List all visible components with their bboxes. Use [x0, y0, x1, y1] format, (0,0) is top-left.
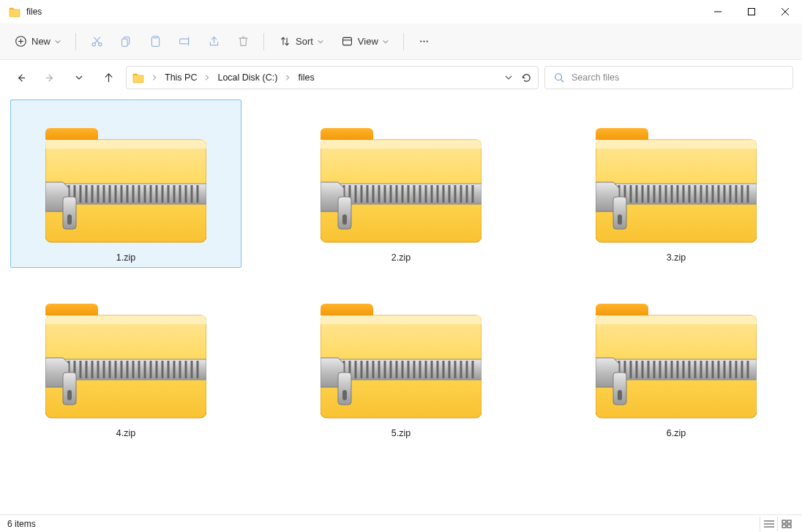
status-bar: 6 items	[0, 514, 802, 532]
maximize-button[interactable]	[735, 0, 768, 23]
folder-icon	[9, 6, 20, 18]
title-bar: files	[0, 0, 802, 23]
sort-label: Sort	[296, 36, 313, 47]
svg-point-39	[98, 43, 101, 46]
ellipsis-icon	[418, 35, 430, 48]
scissors-icon	[91, 35, 103, 48]
file-label: 4.zip	[116, 428, 135, 438]
share-icon	[208, 35, 220, 48]
paste-button[interactable]	[142, 29, 168, 55]
svg-rect-67	[787, 520, 791, 523]
chevron-right-icon	[204, 75, 210, 80]
rename-button[interactable]	[171, 29, 198, 55]
search-input[interactable]	[571, 72, 784, 83]
breadcrumb-item[interactable]: This PC	[165, 72, 197, 83]
search-box[interactable]	[544, 66, 793, 89]
content-area: 1.zip 2.zip 3.zip 4.zip 5.zip 6.zip	[0, 95, 802, 514]
file-label: 3.zip	[667, 252, 686, 263]
clipboard-icon	[149, 35, 162, 48]
svg-point-56	[424, 40, 425, 42]
chevron-down-icon[interactable]	[505, 74, 512, 81]
separator	[263, 33, 264, 50]
file-item[interactable]: 6.zip	[561, 275, 792, 443]
file-item[interactable]: 2.zip	[285, 100, 517, 268]
new-label: New	[31, 36, 50, 47]
zip-folder-icon	[42, 280, 210, 427]
zip-folder-icon	[42, 105, 210, 251]
svg-point-61	[555, 74, 562, 80]
recent-button[interactable]	[67, 66, 91, 89]
breadcrumb-item[interactable]: files	[298, 72, 314, 83]
svg-rect-43	[121, 39, 127, 46]
view-button[interactable]: View	[334, 31, 396, 52]
svg-rect-68	[782, 525, 786, 528]
arrow-right-icon	[45, 72, 56, 83]
more-button[interactable]	[411, 29, 438, 55]
file-label: 6.zip	[667, 428, 686, 438]
chevron-right-icon	[285, 75, 291, 80]
thumbnails-view-button[interactable]	[777, 517, 795, 531]
svg-line-41	[94, 37, 99, 44]
new-button[interactable]: New	[7, 31, 68, 52]
view-icon	[341, 35, 353, 48]
sort-icon	[279, 35, 291, 48]
svg-rect-32	[749, 9, 755, 15]
file-item[interactable]: 5.zip	[285, 275, 517, 443]
zip-folder-icon	[592, 105, 760, 251]
svg-rect-46	[179, 39, 188, 44]
search-icon	[554, 72, 564, 83]
file-label: 1.zip	[116, 252, 135, 263]
toolbar: New Sort View	[0, 23, 802, 60]
close-button[interactable]	[768, 0, 802, 23]
copy-icon	[120, 35, 132, 48]
cut-button[interactable]	[83, 29, 110, 55]
svg-rect-66	[782, 520, 786, 523]
folder-icon	[132, 72, 144, 83]
list-icon	[764, 520, 774, 528]
sort-button[interactable]: Sort	[271, 31, 331, 52]
nav-bar: This PC Local Disk (C:) files	[0, 60, 802, 95]
svg-rect-53	[342, 37, 351, 45]
zip-folder-icon	[317, 280, 485, 427]
details-view-button[interactable]	[760, 517, 777, 531]
back-button[interactable]	[9, 66, 32, 89]
copy-button[interactable]	[113, 29, 139, 55]
arrow-up-icon	[103, 72, 114, 83]
svg-point-57	[427, 40, 428, 42]
file-item[interactable]: 4.zip	[10, 275, 241, 443]
delete-button[interactable]	[230, 29, 256, 55]
chevron-down-icon	[75, 74, 83, 81]
file-item[interactable]: 1.zip	[10, 100, 241, 268]
minimize-button[interactable]	[701, 0, 735, 23]
chevron-down-icon	[318, 39, 323, 45]
svg-line-62	[561, 80, 564, 83]
file-label: 5.zip	[391, 428, 411, 438]
plus-circle-icon	[15, 35, 27, 48]
svg-point-55	[420, 40, 421, 42]
grid-icon	[782, 520, 792, 528]
separator	[75, 33, 76, 50]
svg-line-40	[94, 37, 100, 44]
view-label: View	[358, 36, 378, 47]
chevron-right-icon	[151, 75, 157, 80]
zip-folder-icon	[592, 280, 760, 427]
window-title: files	[26, 7, 42, 17]
file-item[interactable]: 3.zip	[561, 100, 792, 268]
item-count: 6 items	[7, 519, 36, 529]
up-button[interactable]	[97, 66, 120, 89]
svg-rect-45	[153, 36, 157, 38]
refresh-icon[interactable]	[521, 72, 532, 83]
forward-button[interactable]	[38, 66, 61, 89]
svg-point-38	[92, 43, 95, 46]
file-label: 2.zip	[391, 252, 411, 263]
chevron-down-icon	[55, 39, 61, 45]
arrow-left-icon	[15, 72, 26, 83]
svg-rect-69	[787, 525, 791, 528]
separator	[403, 33, 404, 50]
breadcrumb-item[interactable]: Local Disk (C:)	[217, 72, 277, 83]
address-bar[interactable]: This PC Local Disk (C:) files	[126, 66, 539, 89]
zip-folder-icon	[317, 105, 485, 251]
share-button[interactable]	[200, 29, 227, 55]
trash-icon	[237, 35, 250, 48]
svg-rect-44	[151, 37, 159, 47]
